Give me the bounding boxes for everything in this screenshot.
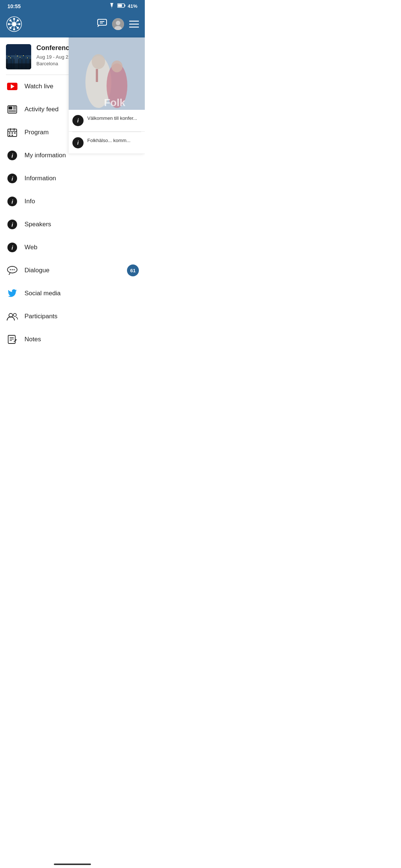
menu-button[interactable] <box>129 20 139 28</box>
menu-item-info[interactable]: i Info <box>0 190 145 213</box>
status-icons: 41% <box>108 3 137 9</box>
info-icon: i <box>6 195 19 208</box>
participants-icon <box>6 310 19 323</box>
feed-info-icon-2: i <box>72 137 84 148</box>
svg-rect-33 <box>26 57 29 69</box>
svg-point-13 <box>10 20 11 21</box>
svg-text:Folk: Folk <box>104 97 125 108</box>
battery-percent: 41% <box>128 3 137 9</box>
svg-rect-32 <box>22 55 26 69</box>
information-label: Information <box>25 175 139 182</box>
svg-rect-39 <box>23 55 24 56</box>
svg-point-21 <box>116 21 120 25</box>
svg-rect-2 <box>124 5 125 7</box>
notes-label: Notes <box>25 336 139 343</box>
svg-point-14 <box>17 27 19 29</box>
svg-rect-41 <box>6 63 31 69</box>
battery-icon <box>117 3 125 9</box>
feed-text-1: Välkommen till konfer... <box>87 115 137 122</box>
right-panel: Folk i Välkommen till konfer... i Folkhä… <box>69 37 145 154</box>
svg-rect-42 <box>6 44 31 55</box>
status-bar: 10:55 41% <box>0 0 145 12</box>
svg-point-10 <box>13 29 15 30</box>
feed-item-2[interactable]: i Folkhälso... komm... <box>69 132 145 154</box>
svg-rect-56 <box>14 132 16 134</box>
svg-rect-36 <box>15 54 16 55</box>
svg-rect-27 <box>6 59 31 69</box>
svg-rect-54 <box>9 132 10 134</box>
svg-rect-57 <box>9 135 10 136</box>
participants-label: Participants <box>25 313 139 320</box>
newspaper-icon <box>6 103 19 116</box>
logo-area <box>6 16 22 32</box>
status-time: 10:55 <box>7 3 21 9</box>
menu-item-dialogue[interactable]: Dialogue 61 <box>0 259 145 282</box>
svg-point-60 <box>10 269 11 270</box>
user-avatar[interactable] <box>112 18 124 30</box>
svg-rect-37 <box>17 56 18 56</box>
info-label: Info <box>25 198 139 205</box>
web-label: Web <box>25 244 139 251</box>
svg-rect-58 <box>12 135 13 136</box>
dialogue-icon <box>6 264 19 277</box>
youtube-icon <box>6 80 19 93</box>
feed-info-icon-1: i <box>72 115 84 126</box>
dialogue-badge: 61 <box>127 264 139 276</box>
svg-rect-31 <box>19 56 22 69</box>
menu-item-speakers[interactable]: i Speakers <box>0 213 145 236</box>
svg-rect-28 <box>8 55 11 69</box>
header-actions <box>97 18 139 30</box>
svg-rect-1 <box>118 4 122 7</box>
svg-point-61 <box>12 269 13 270</box>
svg-point-16 <box>10 27 11 29</box>
svg-rect-30 <box>14 53 18 69</box>
social-media-label: Social media <box>25 290 139 297</box>
notes-icon <box>6 333 19 346</box>
menu-item-participants[interactable]: Participants <box>0 305 145 328</box>
feed-item-1[interactable]: i Välkommen till konfer... <box>69 110 145 132</box>
twitter-icon <box>6 287 19 300</box>
chat-button[interactable] <box>97 19 107 29</box>
conference-thumbnail <box>6 44 31 69</box>
calendar-icon <box>6 126 19 139</box>
feed-text-2: Folkhälso... komm... <box>87 137 130 144</box>
svg-point-11 <box>8 23 10 25</box>
app-header <box>0 12 145 37</box>
menu-item-web[interactable]: i Web <box>0 236 145 259</box>
conference-image <box>6 44 31 69</box>
svg-rect-40 <box>27 57 28 58</box>
svg-rect-34 <box>9 56 9 57</box>
app-logo <box>6 16 22 32</box>
svg-point-62 <box>14 269 15 270</box>
conference-photo: Folk <box>69 37 145 110</box>
dialogue-label: Dialogue <box>25 267 121 274</box>
svg-rect-17 <box>98 19 107 25</box>
svg-point-15 <box>17 20 19 21</box>
wifi-icon <box>108 3 115 9</box>
menu-item-notes[interactable]: Notes <box>0 328 145 351</box>
my-info-icon: i <box>6 149 19 162</box>
web-icon: i <box>6 241 19 254</box>
information-icon: i <box>6 172 19 185</box>
menu-item-social-media[interactable]: Social media <box>0 282 145 305</box>
svg-point-9 <box>13 18 15 20</box>
conference-hero-image: Folk <box>69 37 145 110</box>
menu-item-information[interactable]: i Information <box>0 167 145 190</box>
speakers-icon: i <box>6 218 19 231</box>
svg-rect-55 <box>12 132 13 134</box>
svg-rect-35 <box>10 57 11 58</box>
main-content: Conference 2024 Aug 19 - Aug 22, 2024 Ba… <box>0 37 145 351</box>
svg-rect-38 <box>20 57 20 57</box>
svg-point-64 <box>13 313 16 316</box>
svg-rect-65 <box>8 335 15 343</box>
speakers-label: Speakers <box>25 221 139 228</box>
svg-rect-29 <box>12 57 14 69</box>
svg-rect-44 <box>9 106 12 109</box>
svg-point-12 <box>19 23 20 25</box>
